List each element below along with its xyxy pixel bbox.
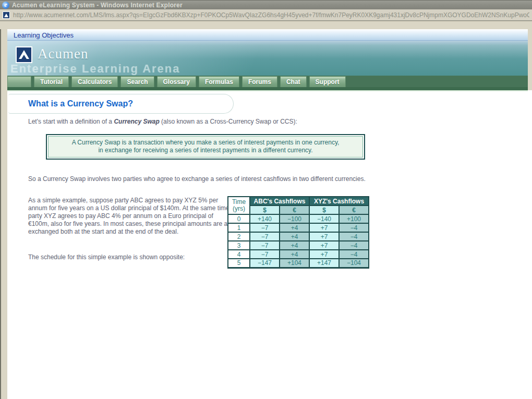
cell-value: +100 [339,214,369,223]
cell-value: −140 [309,214,339,223]
cell-value: −104 [339,259,369,268]
table-row: 0 +140 −100 −140 +100 [228,214,369,223]
table-header-abc-usd: $ [250,205,280,214]
left-edge-strip [0,29,7,399]
brand-name: Acumen [38,46,88,62]
cell-value: +7 [309,223,339,232]
cell-time: 4 [228,250,250,259]
definition-box: A Currency Swap is a transaction where y… [46,134,365,160]
cell-value: +4 [280,250,309,259]
acumen-logo-icon [16,46,32,63]
intro-prefix: Let's start with a definition of a [28,118,114,125]
table-row: 4 −7 +4 +7 −4 [228,250,369,259]
cell-value: −4 [339,241,369,250]
intro-term: Currency Swap [114,118,159,125]
cell-time: 5 [228,259,250,268]
heading-box: What is a Currency Swap? [8,94,234,114]
cell-value: −7 [250,223,280,232]
intro-suffix: (also known as a Cross-Currency Swap or … [160,118,297,125]
table-row: 1 −7 +4 +7 −4 [228,223,369,232]
cell-value: +140 [250,214,280,223]
nav-tab-tutorial[interactable]: Tutorial [34,76,69,87]
cell-value: −100 [280,214,309,223]
cell-time: 2 [228,232,250,241]
cell-value: +104 [280,259,309,268]
cell-value: −7 [250,250,280,259]
internet-explorer-icon: e [2,2,9,9]
cell-value: +4 [280,223,309,232]
chrome-gap [0,21,532,29]
cell-value: +4 [280,232,309,241]
nav-tab-formulas[interactable]: Formulas [199,76,239,87]
cell-time: 1 [228,223,250,232]
cell-time: 3 [228,241,250,250]
table-header-xyz-usd: $ [309,205,339,214]
cell-value: +4 [280,241,309,250]
page-content: What is a Currency Swap? Let's start wit… [7,91,532,399]
nav-tab-search[interactable]: Search [120,76,154,87]
table-header-time: Time (yrs) [228,197,250,214]
table-header-xyz-eur: € [339,205,369,214]
address-bar[interactable]: http://www.acumennet.com/LMS/lms.aspx?qs… [0,9,532,21]
example-paragraph: As a simple example, suppose party ABC a… [28,197,236,236]
brand-tagline: Enterprise Learning Arena [10,62,180,76]
table-row: 3 −7 +4 +7 −4 [228,241,369,250]
right-edge-strip [528,29,532,90]
table-row: 2 −7 +4 +7 −4 [228,232,369,241]
cell-time: 0 [228,214,250,223]
cell-value: −4 [339,223,369,232]
cashflow-table: Time (yrs) ABC's Cashflows XYZ's Cashflo… [227,196,369,269]
schedule-paragraph: The schedule for this simple example is … [28,253,247,261]
nav-tab-forums[interactable]: Forums [242,76,277,87]
cell-value: +7 [309,241,339,250]
cell-value: −7 [250,232,280,241]
cell-value: −4 [339,232,369,241]
cell-value: −4 [339,250,369,259]
definition-line-1: A Currency Swap is a transaction where y… [52,139,359,147]
table-row: 5 −147 +104 +147 −104 [228,259,369,268]
overview-paragraph: So a Currency Swap involves two parties … [28,175,370,183]
cell-value: +7 [309,232,339,241]
window-title: Acumen eLearning System - Windows Intern… [12,2,183,9]
site-header: Acumen Enterprise Learning Arena [7,41,528,76]
cell-value: +7 [309,250,339,259]
learning-objectives-label[interactable]: Learning Objectives [7,31,74,39]
nav-tab-stub[interactable] [7,76,31,87]
page-title: What is a Currency Swap? [8,99,133,108]
nav-tab-glossary[interactable]: Glossary [157,76,196,87]
browser-window: e Acumen eLearning System - Windows Inte… [0,0,532,399]
definition-line-2: in exchange for receiving a series of in… [52,147,359,154]
address-url[interactable]: http://www.acumennet.com/LMS/lms.aspx?qs… [13,11,529,19]
title-bar: e Acumen eLearning System - Windows Inte… [0,0,532,9]
cell-value: +147 [309,259,339,268]
intro-paragraph: Let's start with a definition of a Curre… [28,118,372,126]
table-header-xyz: XYZ's Cashflows [309,197,369,205]
nav-tab-chat[interactable]: Chat [280,76,307,87]
cell-value: −7 [250,241,280,250]
table-header-abc: ABC's Cashflows [250,197,309,205]
nav-tab-calculators[interactable]: Calculators [71,76,118,87]
acumen-favicon-icon [3,11,10,19]
learning-objectives-bar[interactable]: Learning Objectives [7,29,528,41]
cell-value: −147 [250,259,280,268]
nav-tab-support[interactable]: Support [309,76,346,87]
table-header-abc-eur: € [280,205,309,214]
nav-bar: Tutorial Calculators Search Glossary For… [7,76,528,90]
